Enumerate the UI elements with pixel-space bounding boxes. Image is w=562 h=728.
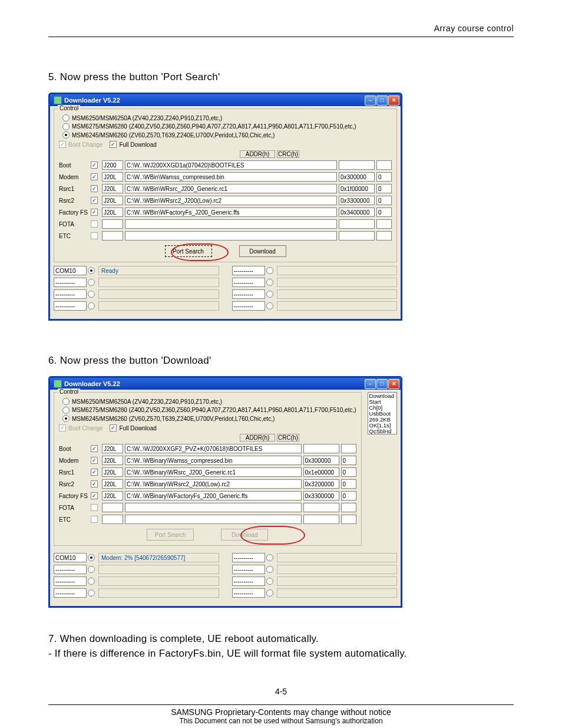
port-field[interactable]: ----------	[232, 289, 265, 299]
port-radio[interactable]	[266, 267, 273, 274]
code-input[interactable]: J20L	[102, 456, 123, 465]
port-field[interactable]: ----------	[232, 301, 265, 311]
check-icon[interactable]: ✓	[91, 469, 98, 476]
check-icon[interactable]: ✓	[91, 197, 98, 204]
addr-input[interactable]	[303, 444, 339, 453]
check-icon[interactable]: ✓	[91, 162, 98, 169]
crc-input[interactable]: 0	[341, 467, 356, 477]
port-radio[interactable]	[266, 589, 273, 597]
close-button[interactable]: ✕	[388, 379, 399, 389]
port-search-button[interactable]: Port Search	[165, 245, 212, 257]
addr-input[interactable]: 0x1f00000	[339, 184, 375, 193]
minimize-button[interactable]: –	[365, 95, 376, 106]
code-input[interactable]: J20L	[102, 207, 123, 217]
addr-input[interactable]: 0x3300000	[303, 491, 339, 500]
port-field[interactable]: ----------	[232, 577, 265, 586]
check-icon[interactable]: ✓	[91, 445, 98, 452]
path-input[interactable]	[125, 515, 302, 524]
port-field[interactable]: COM10	[54, 266, 87, 275]
port-radio[interactable]	[88, 291, 95, 298]
path-input[interactable]	[125, 219, 337, 229]
crc-input[interactable]	[341, 515, 356, 524]
path-input[interactable]: C:\W..\WBin\WFactoryFs_J200_Generic.ffs	[125, 207, 337, 217]
code-input[interactable]: J20L	[102, 172, 123, 182]
path-input[interactable]: C:\W..\WJ200XXGF2_PVZ+K(070618)\BOOTFILE…	[125, 444, 302, 453]
code-input[interactable]	[102, 503, 123, 512]
platform-radio-2[interactable]: MSM6275/MSM6280 (Z400,ZV50,Z360,Z560,P94…	[62, 123, 392, 130]
check-icon[interactable]: ✓	[91, 457, 98, 464]
minimize-button[interactable]: –	[365, 379, 376, 389]
port-radio[interactable]	[88, 302, 95, 309]
code-input[interactable]	[102, 515, 123, 524]
crc-input[interactable]: 0	[341, 456, 356, 465]
port-field[interactable]: ----------	[54, 289, 87, 299]
crc-input[interactable]: 0	[376, 172, 392, 182]
port-field[interactable]: ----------	[232, 266, 265, 275]
path-input[interactable]: C:\W..\WBin\WRsrc_J200_Generic.rc1	[125, 184, 337, 193]
path-input[interactable]: C:\W..\WJ200XXGD1a(070420)\BOOTFILES	[125, 160, 337, 170]
maximize-button[interactable]: □	[376, 95, 388, 106]
path-input[interactable]: C:\W..\WBin\WRsrc2_J200(Low).rc2	[125, 196, 337, 205]
port-radio[interactable]	[88, 566, 95, 573]
code-input[interactable]: J200	[102, 160, 123, 170]
check-icon[interactable]	[91, 504, 98, 511]
path-input[interactable]: C:\W..\WBinary\WRsrc2_J200(Low).rc2	[125, 479, 302, 489]
full-download-checkbox[interactable]: ✓ Full Download	[110, 424, 156, 431]
port-radio[interactable]	[88, 267, 95, 274]
port-field[interactable]: ----------	[54, 301, 87, 311]
port-radio[interactable]	[88, 279, 95, 286]
addr-input[interactable]	[303, 503, 339, 512]
port-field[interactable]: ----------	[54, 278, 87, 287]
path-input[interactable]	[125, 503, 302, 512]
check-icon[interactable]: ✓	[91, 480, 98, 487]
addr-input[interactable]	[339, 219, 375, 229]
path-input[interactable]	[125, 231, 337, 241]
check-icon[interactable]: ✓	[91, 173, 98, 180]
port-field[interactable]: ----------	[232, 588, 265, 598]
crc-input[interactable]: 0	[376, 184, 392, 193]
addr-input[interactable]	[339, 231, 375, 241]
crc-input[interactable]	[376, 160, 392, 170]
addr-input[interactable]: 0x3400000	[339, 207, 375, 217]
check-icon[interactable]: ✓	[91, 209, 98, 216]
port-field[interactable]: ----------	[232, 278, 265, 287]
port-radio[interactable]	[88, 578, 95, 585]
crc-input[interactable]	[341, 444, 356, 453]
download-button[interactable]: Download	[239, 245, 286, 257]
platform-radio-3[interactable]: MSM6245/MSM6260 (ZV60,Z570,T639,Z240E,U7…	[62, 131, 392, 139]
code-input[interactable]	[102, 219, 123, 229]
crc-input[interactable]: 0	[376, 207, 392, 217]
check-icon[interactable]	[91, 232, 98, 239]
code-input[interactable]: J20L	[102, 444, 123, 453]
crc-input[interactable]	[376, 231, 392, 241]
addr-input[interactable]: 0x1e00000	[303, 467, 339, 477]
port-field[interactable]: ----------	[54, 588, 87, 598]
code-input[interactable]: J20L	[102, 491, 123, 500]
port-radio[interactable]	[88, 554, 95, 561]
code-input[interactable]: J20L	[102, 467, 123, 477]
boot-change-checkbox[interactable]: ✓ Boot Change	[59, 141, 103, 148]
check-icon[interactable]: ✓	[91, 185, 98, 192]
port-radio[interactable]	[266, 279, 273, 286]
maximize-button[interactable]: □	[376, 379, 388, 389]
platform-radio-3[interactable]: MSM6245/MSM6260 (ZV60,Z570,T639,Z240E,U7…	[62, 415, 356, 422]
platform-radio-2[interactable]: MSM6275/MSM6280 (Z400,ZV50,Z360,Z560,P94…	[62, 407, 356, 414]
code-input[interactable]: J20L	[102, 184, 123, 193]
port-radio[interactable]	[88, 589, 95, 597]
platform-radio-1[interactable]: MSM6250/MSM6250A (ZV40,Z230,Z240,P910,Z1…	[62, 398, 356, 405]
port-field[interactable]: ----------	[54, 565, 87, 574]
path-input[interactable]: C:\W..\WBinary\WFactoryFs_J200_Generic.f…	[125, 491, 302, 500]
check-icon[interactable]	[91, 516, 98, 523]
port-field[interactable]: ----------	[54, 577, 87, 586]
check-icon[interactable]: ✓	[91, 492, 98, 499]
crc-input[interactable]: 0	[341, 491, 356, 500]
code-input[interactable]: J20L	[102, 196, 123, 205]
full-download-checkbox[interactable]: ✓ Full Download	[110, 141, 156, 148]
addr-input[interactable]	[339, 160, 375, 170]
path-input[interactable]: C:\W..\WBinary\WRsrc_J200_Generic.rc1	[125, 467, 302, 477]
port-radio[interactable]	[266, 578, 273, 585]
crc-input[interactable]	[376, 219, 392, 229]
addr-input[interactable]	[303, 515, 339, 524]
port-radio[interactable]	[266, 302, 273, 309]
addr-input[interactable]: 0x3300000	[339, 196, 375, 205]
